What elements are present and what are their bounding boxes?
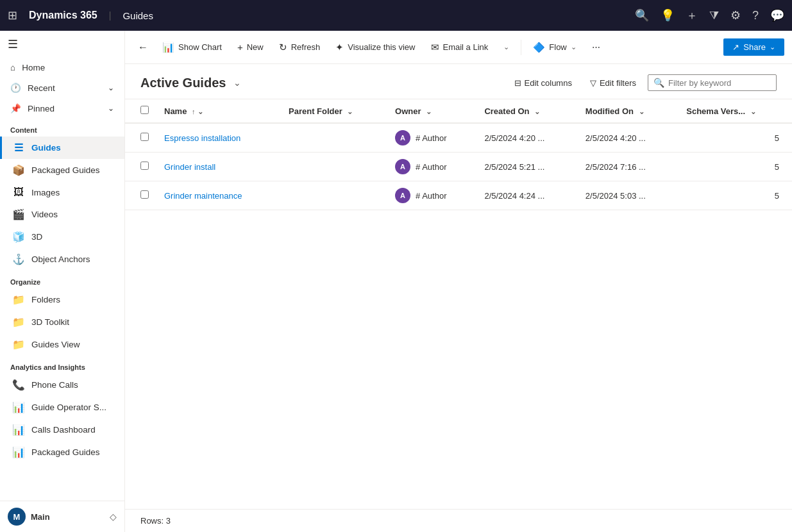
show-chart-button[interactable]: 📊 Show Chart — [156, 38, 228, 57]
home-icon: ⌂ — [10, 63, 15, 72]
col-owner-sort: ⌄ — [426, 108, 432, 115]
row-name-link-2[interactable]: Grinder maintenance — [164, 191, 242, 201]
lightbulb-icon[interactable]: 💡 — [661, 8, 675, 22]
new-icon: + — [237, 42, 243, 53]
row-checkbox-2[interactable] — [140, 190, 149, 199]
sidebar-pinned-label: Pinned — [28, 104, 55, 113]
row-name-link-1[interactable]: Grinder install — [164, 162, 215, 172]
sidebar-item-folders[interactable]: 📁 Folders — [0, 288, 124, 311]
row-checkbox-1[interactable] — [140, 162, 149, 170]
packaged-guides-icon: 📦 — [12, 164, 25, 176]
images-icon: 🖼 — [12, 187, 25, 198]
col-modified-on[interactable]: Modified On ⌄ — [578, 99, 678, 123]
new-button[interactable]: + New — [231, 38, 270, 56]
main-label: Main — [31, 512, 50, 522]
share-icon: ↗ — [732, 42, 739, 52]
dropdown-arrow-button[interactable]: ⌄ — [497, 39, 516, 55]
sidebar-item-3d-toolkit[interactable]: 📁 3D Toolkit — [0, 311, 124, 333]
nav-separator: | — [109, 10, 112, 21]
sidebar-item-recent[interactable]: 🕐 Recent ⌄ — [0, 78, 124, 98]
email-icon: ✉ — [431, 42, 439, 53]
recent-icon: 🕐 — [10, 83, 21, 93]
col-name-sort: ↑ ⌄ — [192, 108, 203, 115]
sidebar-item-calls-dashboard[interactable]: 📊 Calls Dashboard — [0, 419, 124, 441]
col-owner[interactable]: Owner ⌄ — [387, 99, 476, 123]
table-row: Grinder install A # Author 2/5/2024 5:21… — [125, 153, 792, 181]
object-anchors-icon: ⚓ — [12, 253, 25, 265]
select-all-checkbox[interactable] — [140, 106, 149, 114]
sidebar-images-label: Images — [31, 188, 60, 197]
sidebar-operator-label: Guide Operator S... — [31, 403, 106, 412]
filter-icon[interactable]: ⧩ — [709, 9, 719, 22]
edit-columns-label: Edit columns — [525, 78, 572, 88]
more-button[interactable]: ⋯ — [586, 38, 607, 56]
row-checkbox-cell-1[interactable] — [125, 153, 156, 181]
email-link-button[interactable]: ✉ Email a Link — [425, 38, 495, 57]
sidebar-item-pinned[interactable]: 📌 Pinned ⌄ — [0, 98, 124, 119]
select-all-col[interactable] — [125, 99, 156, 123]
sidebar-item-home[interactable]: ⌂ Home — [0, 58, 124, 78]
col-parent-folder[interactable]: Parent Folder ⌄ — [281, 99, 387, 123]
search-icon: 🔍 — [653, 78, 664, 88]
col-created-on[interactable]: Created On ⌄ — [476, 99, 577, 123]
row-parent-1 — [281, 153, 387, 181]
row-parent-2 — [281, 181, 387, 210]
grid-icon[interactable]: ⊞ — [8, 8, 17, 22]
sidebar-item-3d[interactable]: 🧊 3D — [0, 226, 124, 248]
sidebar-calls-label: Calls Dashboard — [31, 425, 96, 435]
sidebar-item-phone-calls[interactable]: 📞 Phone Calls — [0, 374, 124, 396]
more-icon: ⋯ — [592, 42, 600, 52]
sidebar-recent-label: Recent — [28, 83, 55, 93]
flow-button[interactable]: 🔷 Flow ⌄ — [527, 38, 582, 57]
row-modified-2: 2/5/2024 5:03 ... — [578, 181, 678, 210]
sidebar-bottom[interactable]: M Main ◇ — [0, 501, 124, 532]
sidebar-3d-label: 3D — [31, 232, 42, 242]
chat-icon[interactable]: 💬 — [770, 8, 784, 22]
list-title-dropdown[interactable]: ⌄ — [233, 78, 241, 88]
sidebar-folders-label: Folders — [31, 295, 60, 304]
col-schema-version[interactable]: Schema Vers... ⌄ — [678, 99, 792, 123]
visualize-button[interactable]: ✦ Visualize this view — [329, 38, 421, 57]
refresh-label: Refresh — [291, 42, 321, 52]
sidebar-item-guides-view[interactable]: 📁 Guides View — [0, 333, 124, 356]
col-name[interactable]: Name ↑ ⌄ — [156, 99, 281, 123]
sidebar-item-packaged-guides[interactable]: 📦 Packaged Guides — [0, 159, 124, 181]
settings-icon[interactable]: ⚙ — [730, 8, 741, 22]
calls-dashboard-icon: 📊 — [12, 424, 25, 436]
content-area: ← 📊 Show Chart + New ↻ Refresh ✦ Visuali… — [125, 31, 792, 532]
search-icon[interactable]: 🔍 — [635, 8, 649, 22]
edit-filters-button[interactable]: ▽ Edit filters — [584, 75, 643, 91]
guides-view-icon: 📁 — [12, 338, 25, 351]
col-schema-sort: ⌄ — [750, 108, 756, 115]
share-button[interactable]: ↗ Share ⌄ — [723, 38, 784, 56]
row-created-0: 2/5/2024 4:20 ... — [476, 123, 577, 153]
sidebar-item-videos[interactable]: 🎬 Videos — [0, 203, 124, 226]
edit-columns-button[interactable]: ⊟ Edit columns — [508, 75, 578, 91]
row-checkbox-cell-2[interactable] — [125, 181, 156, 210]
filter-input[interactable] — [668, 78, 771, 88]
sidebar-item-images[interactable]: 🖼 Images — [0, 181, 124, 203]
sidebar-item-object-anchors[interactable]: ⚓ Object Anchors — [0, 248, 124, 270]
row-checkbox-cell-0[interactable] — [125, 123, 156, 153]
plus-icon[interactable]: ＋ — [686, 8, 698, 23]
sidebar-anchors-label: Object Anchors — [31, 254, 90, 264]
sidebar-item-guide-operator[interactable]: 📊 Guide Operator S... — [0, 396, 124, 419]
sidebar-item-guides[interactable]: ☰ Guides — [0, 137, 124, 159]
col-parent-sort: ⌄ — [347, 108, 353, 115]
owner-name-1: # Author — [416, 162, 446, 172]
flow-icon: 🔷 — [533, 42, 545, 53]
row-checkbox-0[interactable] — [140, 133, 149, 141]
table-header-row: Name ↑ ⌄ Parent Folder ⌄ Owner ⌄ Cr — [125, 99, 792, 123]
help-icon[interactable]: ? — [752, 9, 759, 22]
row-name-0: Espresso installation — [156, 123, 281, 153]
back-button[interactable]: ← — [133, 38, 153, 57]
row-name-link-0[interactable]: Espresso installation — [164, 133, 240, 143]
sidebar: ☰ ⌂ Home 🕐 Recent ⌄ 📌 Pinned ⌄ Content ☰… — [0, 31, 125, 532]
sidebar-item-packaged-guides2[interactable]: 📊 Packaged Guides — [0, 441, 124, 463]
guide-operator-icon: 📊 — [12, 401, 25, 413]
filter-search[interactable]: 🔍 — [648, 74, 777, 91]
refresh-button[interactable]: ↻ Refresh — [273, 38, 327, 57]
sidebar-hamburger[interactable]: ☰ — [0, 31, 124, 58]
pinned-expand-icon: ⌄ — [108, 104, 114, 113]
videos-icon: 🎬 — [12, 208, 25, 220]
